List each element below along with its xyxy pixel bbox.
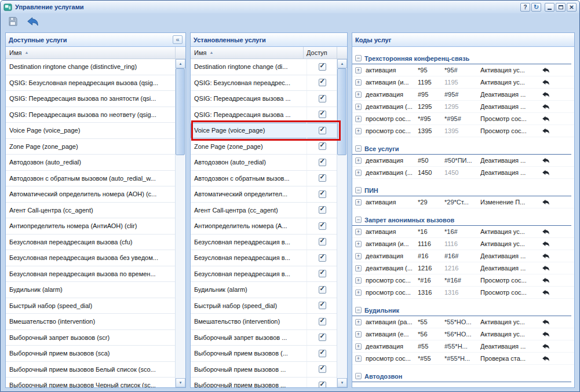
undo-code-icon[interactable] [542, 127, 550, 134]
installed-service-row[interactable]: Выборочный прием вызовов ...✓ [191, 378, 337, 387]
maximize-button[interactable] [556, 3, 566, 12]
collapse-group-icon[interactable]: − [355, 55, 362, 61]
undo-code-icon[interactable] [542, 265, 550, 272]
available-service-row[interactable]: Zone Page (zone_page) [6, 139, 176, 155]
close-button[interactable]: ✕ [567, 3, 577, 12]
collapse-group-icon[interactable]: − [355, 373, 362, 379]
service-code-row[interactable]: +деактивация (...14501450Деактивация ... [352, 167, 574, 179]
access-checkbox[interactable]: ✓ [319, 334, 326, 341]
service-code-row[interactable]: +просмотр сос...*#55*#55*Н...Проверка ст… [352, 353, 574, 365]
access-checkbox[interactable]: ✓ [319, 142, 326, 150]
save-button[interactable] [5, 15, 20, 30]
service-code-row[interactable]: +активация (и...11161116Активация ус... [352, 238, 574, 250]
expand-row-icon[interactable]: + [355, 128, 362, 134]
installed-service-row[interactable]: Безусловная переадресация в...✓ [191, 235, 337, 251]
available-service-row[interactable]: Destination ringtone change (distinctive… [6, 59, 176, 75]
undo-code-icon[interactable] [542, 67, 550, 74]
available-service-row[interactable]: Быстрый набор (speed_dial) [6, 298, 176, 314]
available-service-row[interactable]: Безусловная переадресация вызова без уве… [6, 250, 176, 266]
installed-service-row[interactable]: Выборочный прием вызовов (...✓ [191, 346, 337, 362]
expand-row-icon[interactable]: + [355, 356, 362, 362]
installed-service-row[interactable]: Destination ringtone change (di...✓ [191, 59, 337, 75]
available-service-row[interactable]: Автодозвон (auto_redial) [6, 155, 176, 171]
name-column-header[interactable]: Имя ▲ [6, 47, 175, 58]
access-checkbox[interactable]: ✓ [319, 79, 326, 86]
expand-row-icon[interactable]: + [355, 91, 362, 98]
undo-code-icon[interactable] [542, 169, 550, 176]
service-code-row[interactable]: +деактивация (...12951295Деактивация ... [352, 101, 574, 113]
service-code-row[interactable]: +просмотр сос...*#16*#16#Просмотр сос... [352, 274, 574, 287]
access-checkbox[interactable]: ✓ [319, 365, 326, 373]
refresh-button[interactable]: ↻ [531, 3, 541, 12]
installed-service-row[interactable]: QSIG: Переадресация вызова ...✓ [191, 91, 337, 107]
expand-row-icon[interactable]: + [355, 157, 362, 164]
available-service-row[interactable]: Автодозвон с обратным вызовом (auto_redi… [6, 171, 176, 187]
installed-service-row[interactable]: Будильник (alarm)✓ [191, 282, 337, 298]
available-service-row[interactable]: Безусловная переадресация вызова по врем… [6, 266, 176, 283]
service-code-row[interactable]: +деактивация#50#50*ПИ...Деактивация ... [352, 155, 574, 167]
available-service-row[interactable]: Будильник (alarm) [6, 282, 176, 298]
scroll-down-button[interactable]: ▼ [176, 378, 185, 387]
service-group-header[interactable]: −Будильник [352, 299, 571, 316]
access-checkbox[interactable]: ✓ [319, 159, 326, 166]
access-checkbox[interactable]: ✓ [319, 350, 326, 357]
available-service-row[interactable]: Выборочный прием вызовов Белый список (s… [6, 362, 176, 378]
expand-row-icon[interactable]: + [355, 331, 362, 338]
collapse-group-icon[interactable]: − [355, 145, 362, 152]
service-group-header[interactable]: −Трехсторонняя конференц-связь [352, 47, 571, 64]
service-code-row[interactable]: +активация*16*16#Активация ус... [352, 226, 574, 238]
undo-code-icon[interactable] [542, 331, 550, 338]
collapse-group-icon[interactable]: − [355, 307, 362, 313]
collapse-panel-button[interactable]: « [173, 35, 183, 44]
scroll-thumb[interactable] [176, 68, 185, 155]
service-code-row[interactable]: +активация*95*95#Активация ус... [352, 64, 574, 76]
access-checkbox[interactable]: ✓ [319, 302, 326, 309]
available-service-row[interactable]: Выборочный запрет вызовов (scr) [6, 330, 176, 346]
installed-service-row[interactable]: Агент Call-центра (cc_agent)✓ [191, 203, 337, 219]
expand-row-icon[interactable]: + [355, 241, 362, 247]
installed-scrollbar[interactable]: ▲ ▼ [337, 59, 347, 387]
access-checkbox[interactable]: ✓ [319, 270, 326, 277]
access-checkbox[interactable]: ✓ [319, 238, 326, 246]
access-checkbox[interactable]: ✓ [319, 318, 326, 325]
scroll-thumb[interactable] [337, 68, 346, 155]
installed-service-row[interactable]: Автодозвон (auto_redial)✓ [191, 155, 337, 171]
titlebar[interactable]: Управление услугами ? ↻ ✕ [1, 1, 579, 13]
installed-service-row[interactable]: Выборочный прием вызовов ...✓ [191, 362, 337, 378]
undo-code-icon[interactable] [542, 79, 550, 86]
collapse-group-icon[interactable]: − [355, 187, 362, 193]
undo-code-icon[interactable] [542, 318, 550, 325]
access-checkbox[interactable]: ✓ [319, 254, 326, 262]
service-code-row[interactable]: +активация (и...11951195Активация ус... [352, 76, 574, 89]
service-group-header[interactable]: −Запрет анонимных вызовов [352, 208, 571, 226]
installed-service-row[interactable]: Автоматический определител...✓ [191, 186, 337, 203]
service-group-header[interactable]: −Все услуги [352, 137, 571, 155]
undo-code-icon[interactable] [542, 289, 550, 296]
expand-row-icon[interactable]: + [355, 79, 362, 86]
expand-row-icon[interactable]: + [355, 253, 362, 259]
installed-service-row[interactable]: Безусловная переадресация в...✓ [191, 250, 337, 266]
available-service-row[interactable]: Voice Page (voice_page) [6, 123, 176, 139]
service-code-row[interactable]: +просмотр сос...13161316Просмотр сос... [352, 287, 574, 299]
installed-service-row[interactable]: Вмешательство (intervention)✓ [191, 314, 337, 330]
installed-service-row[interactable]: QSIG: Безусловная переадрес...✓ [191, 75, 337, 91]
access-checkbox[interactable]: ✓ [319, 127, 326, 134]
expand-row-icon[interactable]: + [355, 170, 362, 176]
expand-row-icon[interactable]: + [355, 67, 362, 74]
scroll-up-button[interactable]: ▲ [337, 59, 347, 68]
undo-code-icon[interactable] [542, 115, 550, 122]
undo-code-icon[interactable] [542, 240, 550, 247]
service-code-row[interactable]: +активация (ра...*55*55*НО...Активация у… [352, 316, 574, 328]
available-service-row[interactable]: QSIG: Переадресация вызова по занятости … [6, 91, 176, 107]
available-service-row[interactable]: Вмешательство (intervention) [6, 314, 176, 330]
access-checkbox[interactable]: ✓ [319, 286, 326, 294]
access-checkbox[interactable]: ✓ [319, 206, 326, 214]
installed-service-row[interactable]: Безусловная переадресация в...✓ [191, 266, 337, 283]
expand-row-icon[interactable]: + [355, 277, 362, 284]
access-checkbox[interactable]: ✓ [319, 63, 326, 71]
access-checkbox[interactable]: ✓ [319, 111, 326, 118]
access-checkbox[interactable]: ✓ [319, 222, 326, 230]
installed-service-row[interactable]: Voice Page (voice_page)✓ [191, 123, 337, 139]
scroll-up-button[interactable]: ▲ [176, 59, 185, 68]
expand-row-icon[interactable]: + [355, 199, 362, 206]
